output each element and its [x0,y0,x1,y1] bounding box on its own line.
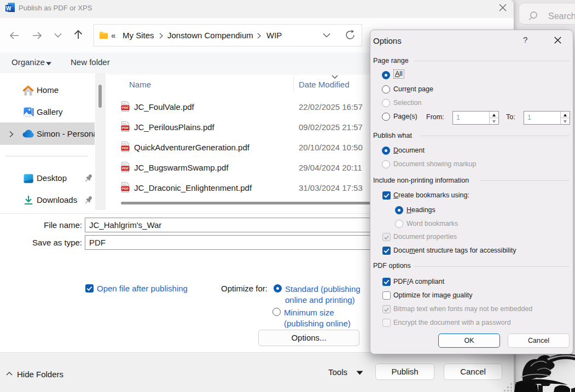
svg-text:PDF: PDF [122,146,129,150]
svg-text:PDF: PDF [122,166,129,170]
svg-text:PDF: PDF [122,126,129,130]
svg-text:PDF: PDF [122,106,129,109]
svg-text:W: W [6,5,11,11]
svg-text:PDF: PDF [122,186,129,190]
